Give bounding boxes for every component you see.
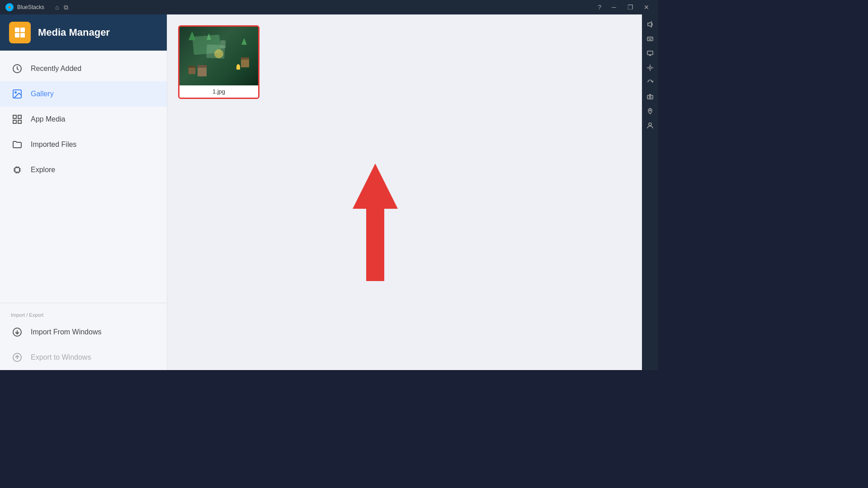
svg-point-36 bbox=[649, 67, 651, 69]
svg-marker-27 bbox=[648, 22, 651, 27]
help-button[interactable]: ? bbox=[595, 3, 604, 12]
right-sidebar-keyboard-icon[interactable] bbox=[644, 33, 656, 45]
highlight-decoration bbox=[214, 49, 223, 58]
minimize-button[interactable]: ─ bbox=[608, 1, 620, 14]
nav-items: Recently Added Gallery bbox=[0, 51, 167, 303]
annotation-arrow bbox=[348, 164, 402, 281]
bluestacks-logo bbox=[5, 3, 14, 11]
right-sidebar-display-icon[interactable] bbox=[644, 47, 656, 60]
tree-decoration-4 bbox=[220, 40, 226, 48]
right-sidebar bbox=[642, 14, 658, 370]
import-export-section: Import / Export Import From Windows bbox=[0, 303, 167, 370]
app-header: Media Manager bbox=[0, 14, 167, 51]
game-thumbnail-image bbox=[179, 27, 258, 85]
left-sidebar: Media Manager Recently Added bbox=[0, 14, 167, 370]
svg-point-39 bbox=[650, 110, 651, 111]
svg-rect-11 bbox=[13, 120, 16, 123]
svg-point-38 bbox=[649, 96, 651, 98]
svg-rect-3 bbox=[20, 28, 25, 32]
import-export-label: Import / Export bbox=[0, 309, 167, 319]
right-sidebar-location-icon[interactable] bbox=[644, 105, 656, 117]
file-item[interactable]: 1.jpg bbox=[178, 25, 259, 99]
grid-icon bbox=[11, 113, 24, 126]
svg-rect-9 bbox=[13, 115, 16, 118]
main-content: 1.jpg bbox=[167, 14, 642, 370]
folder-icon bbox=[11, 138, 24, 151]
tree-decoration-2 bbox=[241, 38, 247, 45]
file-thumbnail bbox=[179, 27, 258, 85]
svg-point-40 bbox=[649, 123, 651, 126]
sidebar-item-gallery[interactable]: Gallery bbox=[0, 81, 167, 107]
building-decoration-3 bbox=[241, 57, 249, 67]
titlebar: BlueStacks ⌂ ⧉ ? ─ ❐ ✕ bbox=[0, 0, 658, 14]
home-icon[interactable]: ⌂ bbox=[55, 4, 59, 11]
svg-rect-33 bbox=[647, 51, 653, 55]
restore-button[interactable]: ❐ bbox=[624, 1, 637, 14]
right-sidebar-user-icon[interactable] bbox=[644, 119, 656, 132]
right-sidebar-camera-icon[interactable] bbox=[644, 90, 656, 103]
building-decoration-2 bbox=[189, 66, 195, 74]
titlebar-app-name: BlueStacks bbox=[17, 4, 44, 10]
header-title: Media Manager bbox=[38, 27, 110, 38]
sidebar-item-imported-files[interactable]: Imported Files bbox=[0, 132, 167, 157]
export-icon bbox=[11, 351, 24, 364]
svg-rect-12 bbox=[18, 120, 21, 123]
svg-marker-26 bbox=[353, 164, 398, 281]
right-sidebar-volume-icon[interactable] bbox=[644, 18, 656, 31]
sidebar-item-app-media-label: App Media bbox=[31, 115, 66, 123]
tree-decoration-1 bbox=[189, 31, 196, 40]
sidebar-item-explore-label: Explore bbox=[31, 166, 55, 174]
svg-rect-2 bbox=[15, 28, 19, 32]
svg-rect-13 bbox=[15, 168, 19, 172]
sidebar-item-export-to-windows[interactable]: Export to Windows bbox=[0, 345, 167, 370]
sidebar-item-imported-files-label: Imported Files bbox=[31, 141, 76, 149]
close-button[interactable]: ✕ bbox=[640, 1, 653, 14]
svg-point-8 bbox=[15, 92, 16, 93]
tree-decoration-3 bbox=[207, 33, 211, 40]
character-decoration bbox=[236, 64, 240, 70]
svg-rect-10 bbox=[18, 115, 21, 118]
svg-point-1 bbox=[9, 6, 11, 9]
file-name: 1.jpg bbox=[179, 85, 258, 98]
svg-rect-5 bbox=[20, 33, 25, 38]
sidebar-item-explore[interactable]: Explore bbox=[0, 157, 167, 183]
import-icon bbox=[11, 326, 24, 338]
right-sidebar-rotate-icon[interactable] bbox=[644, 76, 656, 89]
sidebar-item-gallery-label: Gallery bbox=[31, 90, 54, 98]
header-icon bbox=[9, 22, 31, 43]
titlebar-nav: ⌂ ⧉ bbox=[55, 4, 68, 11]
layers-icon[interactable]: ⧉ bbox=[64, 4, 68, 11]
chip-icon bbox=[11, 164, 24, 176]
sidebar-item-import-from-windows[interactable]: Import From Windows bbox=[0, 319, 167, 345]
clock-icon bbox=[11, 62, 24, 75]
sidebar-item-recently-added[interactable]: Recently Added bbox=[0, 56, 167, 81]
gallery-icon bbox=[11, 88, 24, 100]
titlebar-left: BlueStacks ⌂ ⧉ bbox=[5, 3, 68, 11]
media-grid: 1.jpg bbox=[178, 25, 631, 99]
titlebar-right: ? ─ ❐ ✕ bbox=[595, 1, 653, 14]
right-sidebar-settings-icon[interactable] bbox=[644, 61, 656, 74]
sidebar-item-recently-added-label: Recently Added bbox=[31, 65, 81, 73]
sidebar-item-export-label: Export to Windows bbox=[31, 353, 91, 361]
svg-rect-37 bbox=[647, 95, 653, 99]
sidebar-item-app-media[interactable]: App Media bbox=[0, 107, 167, 132]
sidebar-item-import-label: Import From Windows bbox=[31, 328, 101, 336]
svg-rect-4 bbox=[15, 33, 19, 38]
content-wrapper: Media Manager Recently Added bbox=[0, 14, 642, 370]
main-container: Media Manager Recently Added bbox=[0, 14, 658, 370]
building-decoration bbox=[198, 65, 207, 76]
